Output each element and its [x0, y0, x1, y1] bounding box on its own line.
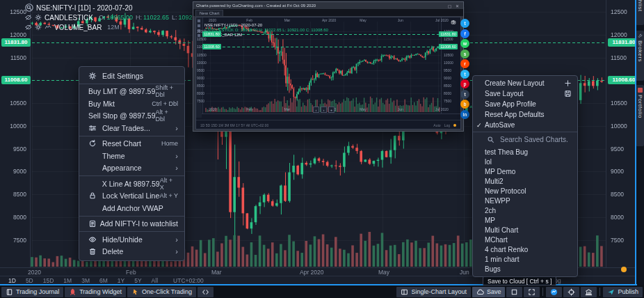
share-tumblr-button[interactable]: t: [460, 90, 469, 99]
symbol-search-icon[interactable]: [25, 3, 33, 12]
study-settings-icon[interactable]: [35, 14, 42, 21]
menu-item-add-nifty-i-to-watchlist[interactable]: Add NIFTY-I to watchlist: [79, 218, 184, 230]
share-preview-window[interactable]: Charts powered by GoCharting.com - Creat…: [193, 1, 464, 132]
saved-chart-item[interactable]: Bugs: [473, 264, 577, 274]
menu-item-lock-vertical-line[interactable]: Lock Vertical LineAlt + Y: [79, 190, 184, 203]
broker-button[interactable]: [581, 287, 597, 297]
square-icon: [510, 288, 518, 296]
single-chart-layout-button[interactable]: Single-Chart Layout: [396, 287, 471, 297]
timezone-label[interactable]: UTC+02:00: [173, 277, 204, 284]
timeframe-6m[interactable]: 6M: [99, 277, 108, 284]
menu-item-sell-stop-9897-59[interactable]: Sell Stop @ 9897.59Alt + Dbl: [79, 110, 184, 123]
menu-item-theme[interactable]: Theme›: [79, 150, 184, 162]
submenu-chevron-icon: ›: [175, 164, 178, 172]
share-linkedin-button[interactable]: in: [460, 110, 469, 119]
side-tab-portfolio[interactable]: Portfolio: [636, 85, 644, 146]
side-tab-watchlist[interactable]: Watchlist: [636, 0, 644, 25]
timeframe-1d[interactable]: 1D: [8, 277, 16, 284]
hide-study-icon[interactable]: [25, 24, 32, 31]
price-tick-label: 8000: [3, 214, 26, 221]
button-label: Trading Journal: [16, 288, 59, 295]
menu-item-x-line-at-9897-59[interactable]: X Line At 9897.59Alt + X: [79, 178, 184, 190]
submenu-chevron-icon: ›: [175, 235, 178, 244]
saved-chart-item[interactable]: MP: [473, 215, 577, 225]
layout-menu-label: AutoSave: [485, 121, 572, 129]
plus-icon: [564, 79, 572, 87]
timeframe-3m[interactable]: 3M: [81, 277, 90, 284]
layout-menu: Create New LayoutSave LayoutSave App Pro…: [472, 75, 578, 277]
trading-widget-button[interactable]: Trading Widget: [65, 287, 126, 297]
menu-item-buy-lmt-9897-59[interactable]: Buy LMT @ 9897.59Shift + Dbl: [79, 86, 184, 98]
side-tab-label: Watchlist: [637, 0, 643, 12]
layout-menu-item-reset-app-defaults[interactable]: Reset App Defaults: [473, 109, 577, 120]
saved-chart-item[interactable]: 1 min chart: [473, 254, 577, 264]
popup-pan-control[interactable]: ‹: [313, 107, 319, 113]
price-badge: 11831.80: [1, 38, 31, 47]
layout-menu-item-create-new-layout[interactable]: Create New Layout: [473, 78, 577, 88]
menu-item-reset-chart[interactable]: Reset ChartHome: [79, 138, 184, 150]
popup-date-label: Jun: [398, 18, 403, 22]
menu-item-clear-trades[interactable]: Clear Trades...›: [79, 122, 184, 134]
screenshot-button[interactable]: [546, 287, 562, 297]
share-facebook-button[interactable]: f: [460, 29, 469, 38]
share-pinterest-button[interactable]: p: [460, 79, 469, 88]
popup-pan-control[interactable]: +: [328, 107, 335, 113]
popup-window-buttons[interactable]: ▢ ✕: [448, 3, 460, 8]
saved-chart-item[interactable]: MChart: [473, 235, 577, 244]
layout-menu-item-save-app-profile[interactable]: Save App Profile: [473, 99, 577, 109]
popup-title-bar[interactable]: Charts powered by GoCharting.com - Creat…: [193, 2, 463, 9]
timeframe-15d[interactable]: 15D: [43, 277, 54, 284]
timeframe-1m[interactable]: 1M: [63, 277, 72, 284]
sliders-icon: [88, 124, 102, 132]
timeframe-1y[interactable]: 1Y: [118, 277, 124, 284]
price-badge: 11008.60: [1, 76, 31, 84]
menu-item-buy-mkt[interactable]: Buy MktCtrl + Dbl: [79, 97, 184, 110]
saved-chart-item[interactable]: 2ch: [473, 205, 577, 215]
saved-chart-item[interactable]: lol: [473, 157, 577, 166]
trading-journal-button[interactable]: Trading Journal: [1, 287, 63, 297]
save-button[interactable]: Save: [472, 287, 506, 297]
popup-chart-tab[interactable]: New Chart: [195, 10, 223, 16]
layout-menu-item-autosave[interactable]: ✓AutoSave: [473, 120, 577, 130]
saved-chart-item[interactable]: New Protocol: [473, 186, 577, 196]
snapshot-camera-icon[interactable]: [451, 19, 456, 25]
timeframe-5d[interactable]: 5D: [26, 277, 33, 284]
saved-chart-item[interactable]: NEWPP: [473, 196, 577, 205]
saved-chart-item[interactable]: MP Demo: [473, 166, 577, 176]
share-twitter-button[interactable]: t: [460, 19, 469, 28]
saved-chart-item[interactable]: 4 chart Renko: [473, 244, 577, 254]
clipboard-icon: [88, 219, 100, 228]
share-sharethis-button[interactable]: s: [460, 49, 469, 58]
publish-button[interactable]: Publish: [603, 287, 643, 297]
share-telegram-button[interactable]: t: [460, 70, 469, 79]
menu-item-appearance[interactable]: Appearance›: [79, 162, 184, 175]
share-whatsapp-button[interactable]: w: [460, 39, 469, 48]
menu-item-hide-unhide[interactable]: Hide/Unhide›: [79, 233, 184, 246]
popup-log-toggle[interactable]: Log: [444, 123, 450, 127]
saved-chart-item[interactable]: Multi Chart: [473, 225, 577, 235]
menu-item-delete[interactable]: Delete›: [79, 246, 184, 258]
active-chart-border-right: [635, 0, 636, 285]
layout-menu-item-save-layout[interactable]: Save Layout: [473, 88, 577, 99]
study-settings-icon[interactable]: [35, 24, 42, 31]
timeframe-5y[interactable]: 5Y: [134, 277, 141, 284]
popup-pan-control[interactable]: ›: [321, 107, 327, 113]
code-editor-button[interactable]: [198, 287, 214, 297]
one-click-trading-button[interactable]: One-Click Trading: [127, 287, 196, 297]
menu-item-add-anchor-vwap[interactable]: Add Anchor VWAP: [79, 202, 184, 214]
fullscreen-button[interactable]: [524, 287, 540, 297]
wrench-icon: [638, 33, 643, 38]
saved-chart-item[interactable]: test Thea Bug: [473, 147, 577, 157]
saved-charts-search-input[interactable]: Search Saved Charts.: [473, 132, 577, 147]
share-blogger-button[interactable]: b: [460, 100, 469, 109]
timeframe-all[interactable]: All: [152, 277, 158, 284]
share-reddit-button[interactable]: r: [460, 59, 469, 68]
hide-study-icon[interactable]: [25, 14, 32, 21]
saved-chart-item[interactable]: Multi2: [473, 176, 577, 186]
menu-item-edit-settings[interactable]: Edit Settings: [79, 70, 184, 82]
side-tab-brokers[interactable]: Brokers: [636, 31, 644, 81]
stop-button[interactable]: [506, 287, 522, 297]
crosshair-button[interactable]: [563, 287, 579, 297]
popup-price-label: 9500: [444, 68, 460, 72]
popup-auto-toggle[interactable]: Auto: [433, 123, 440, 127]
